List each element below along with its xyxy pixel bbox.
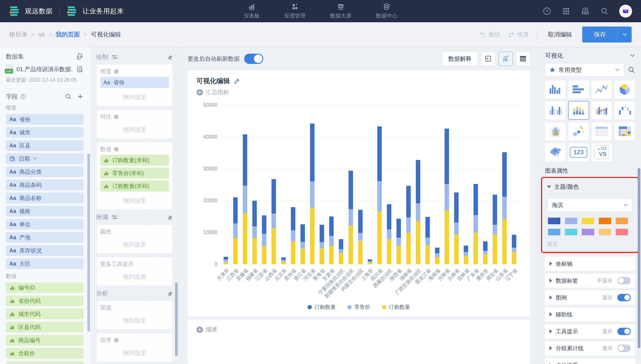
nav-item-dashboard[interactable]: 仪表板 xyxy=(244,3,260,19)
search-fields-icon[interactable] xyxy=(65,93,72,100)
chart-type-tile-table-chart[interactable] xyxy=(591,122,612,140)
chart-type-tile-scatter-chart[interactable] xyxy=(568,122,589,140)
help-icon[interactable]: ? xyxy=(543,7,551,16)
bar-天津市[interactable] xyxy=(221,105,230,264)
bar-西藏自治区[interactable] xyxy=(384,105,394,264)
nav-item-data-screen[interactable]: 数据大屏 xyxy=(330,3,352,19)
property-toggle-分组累计线[interactable] xyxy=(617,345,631,352)
bar-内蒙古自治区[interactable] xyxy=(356,105,365,264)
breadcrumb-root[interactable]: 根目录 xyxy=(9,30,27,38)
chart-type-tile-treemap-chart[interactable] xyxy=(614,122,635,140)
measure-field-pill[interactable]: 含税价 xyxy=(6,348,84,359)
bar-江苏省[interactable] xyxy=(259,105,269,264)
bar-山东省[interactable] xyxy=(500,105,509,264)
property-row-分组累计线[interactable]: 分组累计线显示 xyxy=(545,341,635,355)
eraser-icon[interactable] xyxy=(167,214,173,220)
dimension-field-pill[interactable]: Aa商品分类 xyxy=(6,166,84,177)
bar-贵州省[interactable] xyxy=(288,105,298,264)
dimension-chip[interactable]: Aa省份 xyxy=(100,77,169,88)
bar-云南省[interactable] xyxy=(452,105,461,264)
dimension-field-pill[interactable]: Aa商品条码 xyxy=(6,180,84,190)
bar-新疆维吾尔自治区[interactable] xyxy=(346,105,356,264)
property-toggle-工具提示[interactable] xyxy=(617,328,631,335)
plus-circle-icon[interactable] xyxy=(196,326,203,333)
property-toggle-数据标签[interactable] xyxy=(617,277,631,284)
bar-福建省[interactable] xyxy=(250,105,259,264)
table-view-button[interactable] xyxy=(516,52,530,66)
dimension-field-pill[interactable]: 日期 xyxy=(6,153,84,164)
theme-swatch[interactable] xyxy=(615,217,629,225)
dimension-field-pill[interactable]: Aa区县 xyxy=(6,140,84,151)
bar-陕西省[interactable] xyxy=(394,105,404,264)
legend-item[interactable]: 订购数量 xyxy=(382,304,410,310)
avatar[interactable] xyxy=(619,5,632,18)
chart-type-tile-column-chart[interactable] xyxy=(545,80,566,99)
dataset-item[interactable]: csv 01.产品培训演示数据… xyxy=(6,64,84,74)
save-split-button[interactable]: 保存 xyxy=(582,26,632,42)
dimension-field-pill[interactable]: Aa单位 xyxy=(6,219,84,230)
nav-item-data-center[interactable]: 数据中心 xyxy=(376,3,397,19)
drop-zone-更多工具提示[interactable]: 更多工具提示拖到这里 xyxy=(96,257,173,286)
draw-panel-scrollbar[interactable] xyxy=(175,282,178,356)
bar-浙江省[interactable] xyxy=(298,105,307,264)
bar-青海省[interactable] xyxy=(317,105,327,264)
add-summary-metric[interactable]: 汇总指标 xyxy=(196,88,521,96)
eraser-icon[interactable] xyxy=(167,54,173,60)
sliders-icon[interactable] xyxy=(111,54,118,60)
bar-广西壮族自治区[interactable] xyxy=(413,105,423,264)
save-button[interactable]: 保存 xyxy=(582,26,617,42)
legend-item[interactable]: 订购数量 xyxy=(307,304,336,310)
chart-type-tile-combo-chart[interactable] xyxy=(591,101,612,120)
property-row-工具提示[interactable]: 工具提示显示 xyxy=(545,324,635,338)
legend-item[interactable]: 零售价 xyxy=(348,304,370,310)
theme-swatch[interactable] xyxy=(598,217,612,225)
drop-zone-筛选[interactable]: 筛选拖到这里 xyxy=(96,300,173,330)
drop-zone-颜色[interactable]: 颜色拖到这里 xyxy=(96,224,173,254)
theme-swatch[interactable] xyxy=(547,228,561,236)
drop-zone-对比[interactable]: 对比拖到这里 xyxy=(96,110,173,139)
chart-type-tile-grouped-column-chart[interactable] xyxy=(545,101,566,120)
bar-河北省[interactable] xyxy=(307,105,317,264)
theme-swatch[interactable] xyxy=(581,228,595,236)
measure-chip[interactable]: 零售价(求和) xyxy=(100,168,169,179)
drop-zone-维度[interactable]: 维度Aa省份拖到这里 xyxy=(96,64,173,106)
theme-swatch[interactable] xyxy=(581,217,595,225)
chart-type-tile-bar-chart[interactable] xyxy=(568,80,589,99)
bar-海南省[interactable] xyxy=(432,105,442,264)
bar-黑龙江省[interactable] xyxy=(423,105,432,264)
bar-四川省[interactable] xyxy=(375,105,384,264)
breadcrumb-my-page[interactable]: 我的页面 xyxy=(56,30,80,38)
chart-type-tile-map-chart[interactable] xyxy=(545,143,566,162)
inbox-download-icon[interactable] xyxy=(581,7,590,16)
property-row-卡片设置[interactable]: 卡片设置 xyxy=(545,358,635,364)
bar-湖北省[interactable] xyxy=(490,105,500,264)
brand-secondary[interactable]: 让业务用起来 xyxy=(66,5,124,17)
collapse-panel-icon[interactable] xyxy=(629,54,635,58)
reset-theme-button[interactable]: 重置 xyxy=(547,241,633,248)
fields-scrollbar[interactable] xyxy=(87,154,90,332)
measure-field-pill[interactable]: 省份代码 xyxy=(6,296,84,306)
dimension-field-pill[interactable]: Aa商品名称 xyxy=(6,193,84,203)
measure-field-pill[interactable]: 区县代码 xyxy=(6,322,84,332)
theme-swatch[interactable] xyxy=(564,217,578,225)
bar-吉林省[interactable] xyxy=(461,105,471,264)
eraser-icon[interactable] xyxy=(167,290,173,296)
gear-icon[interactable] xyxy=(114,69,119,74)
bar-北京市[interactable] xyxy=(279,105,288,264)
theme-swatch[interactable] xyxy=(564,228,578,236)
theme-swatch[interactable] xyxy=(547,217,561,225)
nav-item-app-management[interactable]: 应用管理 xyxy=(284,3,305,19)
bar-辽宁省[interactable] xyxy=(509,105,519,264)
measure-field-pill[interactable]: 城市代码 xyxy=(6,308,84,319)
measure-chip[interactable]: 订购数量(求和) xyxy=(100,180,169,192)
bar-上海市[interactable] xyxy=(365,105,375,264)
dimension-field-pill[interactable]: Aa省份 xyxy=(6,114,84,124)
gear-icon[interactable] xyxy=(114,146,119,152)
chart-type-tile-radar-chart[interactable] xyxy=(545,122,566,140)
chart-type-tile-number-card[interactable]: 123 xyxy=(568,143,589,162)
dimension-field-pill[interactable]: Aa大区 xyxy=(6,258,84,269)
cancel-edit-button[interactable]: 取消编辑 xyxy=(548,30,572,38)
drop-zone-排序[interactable]: 排序拖到这里 xyxy=(96,333,173,362)
bar-山西省[interactable] xyxy=(269,105,279,264)
property-row-图例[interactable]: 图例显示 xyxy=(545,290,635,304)
